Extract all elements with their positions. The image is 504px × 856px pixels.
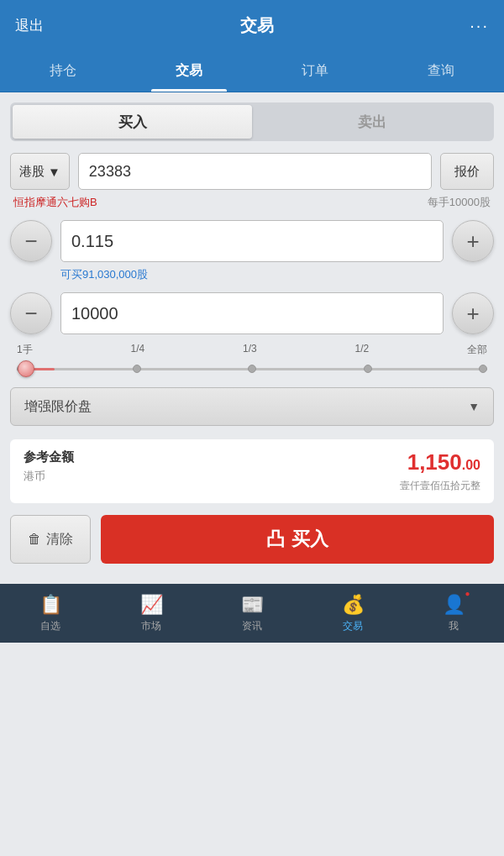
quantity-increase-button[interactable]: + [452, 292, 494, 334]
tab-orders[interactable]: 订单 [252, 50, 378, 92]
me-icon: 👤 [443, 594, 465, 616]
nav-watchlist[interactable]: 📋 自选 [0, 584, 101, 643]
buy-toggle-button[interactable]: 买入 [13, 105, 252, 139]
nav-trade[interactable]: 💰 交易 [302, 584, 403, 643]
page-title: 交易 [240, 14, 274, 37]
slider-dot-3 [248, 365, 256, 373]
slider-thumb[interactable] [18, 360, 34, 377]
buy-icon: 凸 [266, 527, 285, 552]
dropdown-arrow-icon: ▼ [48, 165, 60, 179]
market-icon: 📈 [140, 594, 163, 616]
ref-right: 1,150.00 壹仟壹佰伍拾元整 [400, 449, 480, 493]
bottom-nav: 📋 自选 📈 市场 📰 资讯 💰 交易 👤 我 [0, 584, 504, 643]
quantity-input[interactable] [60, 292, 444, 334]
nav-me[interactable]: 👤 我 [403, 584, 504, 643]
slider-label-5: 全部 [467, 343, 487, 357]
news-icon: 📰 [241, 594, 264, 616]
ref-left: 参考金额 港币 [24, 449, 74, 484]
reference-amount: 1,150.00 [400, 449, 480, 475]
header: 退出 交易 ··· [0, 0, 504, 50]
slider-dot-2 [133, 365, 141, 373]
tab-query[interactable]: 查询 [378, 50, 504, 92]
price-increase-button[interactable]: + [452, 220, 494, 262]
sell-toggle-button[interactable]: 卖出 [252, 105, 491, 139]
price-input-row: − + [10, 220, 494, 262]
quantity-slider-area: 1手 1/4 1/3 1/2 全部 [10, 339, 494, 387]
quantity-input-row: − + [10, 292, 494, 334]
slider-dots [17, 365, 487, 373]
buy-submit-button[interactable]: 凸 买入 [101, 515, 494, 564]
more-button[interactable]: ··· [470, 16, 489, 35]
reference-currency: 港币 [24, 469, 74, 484]
market-select[interactable]: 港股 ▼ [10, 153, 70, 190]
trash-icon: 🗑 [28, 532, 41, 547]
price-decrease-button[interactable]: − [10, 220, 52, 262]
nav-market[interactable]: 📈 市场 [101, 584, 202, 643]
slider-track[interactable] [17, 360, 487, 377]
stock-info-row: 恒指摩通六七购B 每手10000股 [10, 195, 494, 210]
nav-news[interactable]: 📰 资讯 [202, 584, 302, 643]
available-shares: 可买91,030,000股 [10, 267, 494, 282]
trade-icon: 💰 [342, 594, 365, 616]
price-input[interactable] [60, 220, 444, 262]
action-row: 🗑 清除 凸 买入 [10, 515, 494, 564]
slider-label-4: 1/2 [355, 343, 370, 357]
slider-dot-5 [479, 365, 487, 373]
slider-label-3: 1/3 [243, 343, 257, 357]
main-content: 买入 卖出 港股 ▼ 报价 恒指摩通六七购B 每手10000股 − + 可买91… [0, 92, 504, 584]
stock-row: 港股 ▼ 报价 [10, 153, 494, 190]
reference-title: 参考金额 [24, 449, 74, 465]
slider-label-2: 1/4 [131, 343, 145, 357]
order-type-dropdown[interactable]: 增强限价盘 ▼ [10, 387, 494, 426]
dropdown-chevron-icon: ▼ [468, 400, 480, 413]
buy-sell-toggle: 买入 卖出 [10, 102, 494, 141]
back-button[interactable]: 退出 [15, 16, 44, 35]
quote-button[interactable]: 报价 [440, 153, 494, 190]
stock-code-input[interactable] [78, 153, 432, 190]
slider-labels: 1手 1/4 1/3 1/2 全部 [17, 343, 487, 357]
stock-name: 恒指摩通六七购B [13, 195, 97, 210]
slider-dot-4 [364, 365, 372, 373]
slider-label-1: 1手 [17, 343, 33, 357]
stock-lot: 每手10000股 [428, 195, 491, 210]
order-type-label: 增强限价盘 [24, 398, 92, 416]
tab-trade[interactable]: 交易 [126, 50, 252, 92]
reference-chinese: 壹仟壹佰伍拾元整 [400, 479, 480, 493]
quantity-decrease-button[interactable]: − [10, 292, 52, 334]
clear-button[interactable]: 🗑 清除 [10, 515, 91, 564]
watchlist-icon: 📋 [39, 594, 62, 616]
tab-bar: 持仓 交易 订单 查询 [0, 50, 504, 92]
tab-holdings[interactable]: 持仓 [0, 50, 126, 92]
reference-amount-area: 参考金额 港币 1,150.00 壹仟壹佰伍拾元整 [10, 439, 494, 503]
